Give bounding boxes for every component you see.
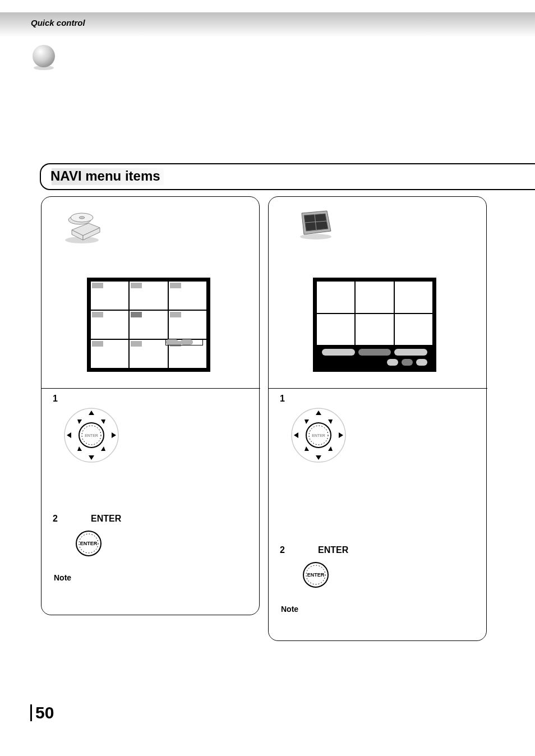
svg-marker-13 bbox=[89, 455, 94, 460]
dpad-center-label: ENTER bbox=[85, 434, 98, 437]
sphere-icon bbox=[30, 44, 57, 71]
svg-marker-35 bbox=[328, 446, 333, 451]
enter-button-icon: ENTER bbox=[75, 529, 103, 557]
panel-disc-navi bbox=[41, 196, 260, 615]
svg-marker-18 bbox=[77, 446, 82, 451]
tv-multiscreen-icon bbox=[296, 208, 335, 241]
step2-enter-label: ENTER bbox=[91, 514, 121, 524]
svg-marker-31 bbox=[339, 432, 343, 438]
svg-marker-16 bbox=[77, 420, 82, 424]
thumbnail-grid-chapter bbox=[313, 278, 436, 372]
svg-point-22 bbox=[300, 234, 331, 239]
note-heading: Note bbox=[281, 605, 298, 614]
enter-button-icon: ENTER bbox=[302, 561, 330, 589]
note-heading: Note bbox=[54, 573, 71, 582]
svg-marker-32 bbox=[305, 420, 309, 424]
svg-marker-28 bbox=[316, 411, 321, 415]
enter-button-label: ENTER bbox=[307, 572, 325, 578]
svg-marker-34 bbox=[305, 446, 309, 451]
svg-marker-30 bbox=[294, 432, 298, 438]
svg-point-8 bbox=[79, 216, 85, 219]
step-number-2: 2 bbox=[280, 545, 285, 555]
direction-pad-icon: ENTER bbox=[63, 407, 119, 463]
thumbnail-grid-title bbox=[87, 278, 210, 372]
step-number-1: 1 bbox=[53, 394, 58, 404]
svg-marker-19 bbox=[101, 446, 105, 451]
svg-marker-14 bbox=[67, 432, 71, 438]
page-number: 50 bbox=[30, 704, 54, 721]
section-breadcrumb: Quick control bbox=[31, 18, 85, 27]
step-number-1: 1 bbox=[280, 394, 285, 404]
svg-marker-17 bbox=[101, 420, 105, 424]
step2-enter-label: ENTER bbox=[318, 545, 348, 555]
step-number-2: 2 bbox=[53, 514, 58, 524]
svg-marker-15 bbox=[112, 432, 116, 438]
panel-divider bbox=[41, 388, 260, 389]
svg-marker-33 bbox=[328, 420, 333, 424]
svg-marker-29 bbox=[316, 455, 321, 460]
direction-pad-icon: ENTER bbox=[290, 407, 347, 463]
panel-divider bbox=[268, 388, 487, 389]
section-title: NAVI menu items bbox=[50, 168, 160, 184]
svg-marker-12 bbox=[89, 411, 94, 415]
dpad-center-label: ENTER bbox=[312, 434, 325, 437]
cube-discs-icon bbox=[61, 208, 105, 247]
manual-page: Quick control NAVI menu items bbox=[0, 0, 535, 756]
svg-point-1 bbox=[33, 45, 55, 67]
enter-button-label: ENTER bbox=[80, 541, 98, 546]
